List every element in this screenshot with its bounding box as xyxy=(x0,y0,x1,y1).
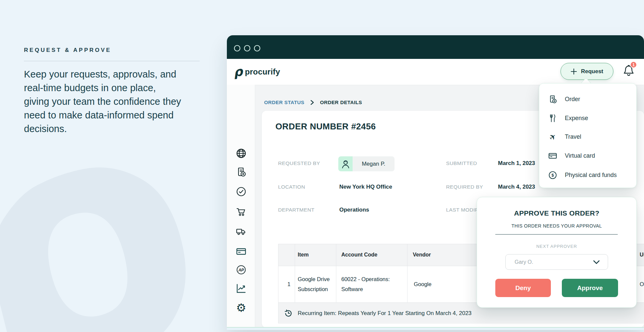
requested-by-label: REQUESTED BY xyxy=(278,160,320,166)
department-label: DEPARTMENT xyxy=(278,207,314,213)
row-clipped-cell: O xyxy=(640,266,644,302)
breadcrumb: ORDER STATUS ORDER DETAILS xyxy=(264,99,362,105)
menu-item-physical-card-funds[interactable]: $ Physical card funds xyxy=(539,166,636,185)
receiving-truck-icon[interactable] xyxy=(236,226,246,237)
menu-item-label: Expense xyxy=(565,115,588,122)
order-number-title: ORDER NUMBER #2456 xyxy=(275,121,376,132)
requester-name: Megan P. xyxy=(353,156,395,171)
location-label: LOCATION xyxy=(278,184,305,190)
request-button[interactable]: Request xyxy=(561,63,613,80)
recurring-history-icon xyxy=(284,309,293,318)
settings-gear-icon[interactable]: ⚙ xyxy=(236,302,246,313)
required-by-label: REQUIRED BY xyxy=(446,184,483,190)
menu-item-label: Virtual card xyxy=(565,152,595,159)
table-column-divider xyxy=(407,244,407,302)
modal-divider xyxy=(495,234,618,235)
expense-icon xyxy=(548,114,557,123)
next-approver-select[interactable]: Gary O. xyxy=(505,254,608,270)
menu-item-label: Order xyxy=(565,96,580,103)
menu-item-virtual-card[interactable]: Virtual card xyxy=(539,146,636,165)
approval-modal: APPROVE THIS ORDER? THIS ORDER NEEDS YOU… xyxy=(477,197,637,308)
procurify-logo: ρ procurify xyxy=(234,66,280,78)
procurify-logo-mark-icon: ρ xyxy=(233,66,243,79)
app-window: ρ procurify Request 1 xyxy=(227,35,644,330)
request-button-label: Request xyxy=(581,68,603,75)
avatar xyxy=(338,156,353,171)
person-icon xyxy=(341,159,350,169)
physical-card-funds-icon: $ xyxy=(548,171,557,180)
breadcrumb-order-status-link[interactable]: ORDER STATUS xyxy=(264,99,304,105)
chevron-right-icon xyxy=(310,100,314,105)
recurring-item-text: Recurring Item: Repeats Yearly For 1 Yea… xyxy=(298,310,472,317)
breadcrumb-current: ORDER DETAILS xyxy=(320,99,362,105)
request-dropdown-menu: Order Expense ✈ Travel Virtual card $ xyxy=(539,83,637,188)
next-approver-label: NEXT APPROVER xyxy=(477,244,636,249)
menu-item-travel[interactable]: ✈ Travel xyxy=(539,127,636,146)
col-header-clipped: Unit xyxy=(640,252,644,258)
row-account-code-cell: 60022 - Operations: Software xyxy=(341,266,403,302)
chevron-down-icon xyxy=(593,260,600,264)
col-header-account-code: Account Code xyxy=(341,252,377,258)
row-index-cell: 1 xyxy=(283,266,295,302)
approval-modal-subtitle: THIS ORDER NEEDS YOUR APPROVAL xyxy=(477,223,636,229)
spend-card-icon[interactable] xyxy=(236,246,246,257)
accounts-payable-icon[interactable]: AP xyxy=(236,264,246,275)
notification-badge: 1 xyxy=(630,61,637,68)
sidebar-nav: AP ⚙ xyxy=(227,85,255,330)
deny-button[interactable]: Deny xyxy=(495,279,551,297)
location-value: New York HQ Office xyxy=(339,184,392,190)
row-item-cell: Google Drive Subscription xyxy=(298,266,334,302)
divider xyxy=(24,61,200,61)
procurify-wordmark: procurify xyxy=(245,67,280,77)
section-description: Keep your requests, approvals, and real-… xyxy=(24,68,183,136)
requester-chip[interactable]: Megan P. xyxy=(338,156,395,171)
menu-item-label: Travel xyxy=(565,133,581,140)
order-icon xyxy=(548,95,557,104)
virtual-card-icon xyxy=(548,151,557,160)
next-approver-value: Gary O. xyxy=(515,259,593,265)
approvals-icon[interactable] xyxy=(236,186,246,197)
submitted-value: March 1, 2023 xyxy=(498,160,535,167)
col-header-item: Item xyxy=(298,252,309,258)
menu-item-order[interactable]: Order xyxy=(539,90,636,109)
window-controls-icon[interactable] xyxy=(234,45,270,52)
menu-item-label: Physical card funds xyxy=(565,172,617,179)
globe-icon[interactable] xyxy=(236,148,246,159)
reports-chart-icon[interactable] xyxy=(236,283,246,294)
col-header-vendor: Vendor xyxy=(413,252,431,258)
menu-item-expense[interactable]: Expense xyxy=(539,109,636,128)
required-by-value: March 4, 2023 xyxy=(498,184,535,190)
new-request-icon[interactable] xyxy=(236,167,246,177)
window-titlebar xyxy=(227,35,644,59)
bottom-edge-strip xyxy=(227,327,644,330)
table-column-divider xyxy=(295,244,295,302)
row-vendor-cell: Google xyxy=(414,266,454,302)
dollar-icon-text: $ xyxy=(552,173,554,178)
plus-icon xyxy=(570,68,577,75)
approve-button[interactable]: Approve xyxy=(562,279,618,297)
submitted-label: SUBMITTED xyxy=(446,160,477,166)
ap-icon-text: AP xyxy=(238,268,244,272)
department-value: Operations xyxy=(339,207,369,213)
travel-plane-icon: ✈ xyxy=(547,131,559,143)
approval-modal-title: APPROVE THIS ORDER? xyxy=(477,209,636,217)
section-eyebrow: REQUEST & APPROVE xyxy=(24,47,111,54)
table-column-divider xyxy=(336,244,336,302)
procurement-cart-icon[interactable] xyxy=(236,206,246,217)
